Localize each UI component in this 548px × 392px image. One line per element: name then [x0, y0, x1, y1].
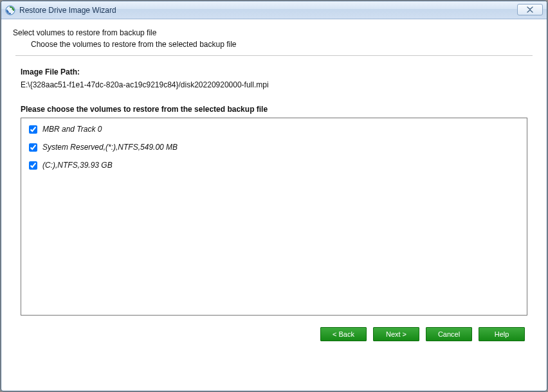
help-button[interactable]: Help: [479, 327, 525, 341]
volume-checkbox[interactable]: [29, 125, 37, 134]
volume-label: (C:),NTFS,39.93 GB: [42, 161, 113, 170]
volume-item-system-reserved[interactable]: System Reserved,(*:),NTFS,549.00 MB: [29, 143, 519, 152]
image-path-label: Image File Path:: [21, 67, 535, 76]
button-row: < Back Next > Cancel Help: [13, 316, 535, 352]
next-button[interactable]: Next >: [373, 327, 419, 341]
wizard-window: Restore Drive Image Wizard Select volume…: [1, 1, 547, 391]
image-path-value: E:\{328aac51-f1e1-47dc-820a-ac19c9219c84…: [21, 80, 535, 89]
divider: [15, 55, 533, 56]
volume-item-c-drive[interactable]: (C:),NTFS,39.93 GB: [29, 161, 519, 170]
intro-sub: Choose the volumes to restore from the s…: [31, 40, 535, 49]
titlebar: Restore Drive Image Wizard: [1, 1, 547, 19]
volume-checkbox[interactable]: [29, 143, 37, 152]
content-area: Select volumes to restore from backup fi…: [1, 19, 547, 391]
cancel-button[interactable]: Cancel: [426, 327, 472, 341]
volume-item-mbr[interactable]: MBR and Track 0: [29, 125, 519, 134]
back-button[interactable]: < Back: [320, 327, 367, 341]
app-icon: [5, 5, 15, 15]
close-button[interactable]: [517, 4, 543, 15]
intro-heading: Select volumes to restore from backup fi…: [13, 28, 535, 37]
choose-volumes-label: Please choose the volumes to restore fro…: [21, 105, 535, 114]
window-title: Restore Drive Image Wizard: [19, 6, 116, 15]
volume-label: System Reserved,(*:),NTFS,549.00 MB: [42, 143, 178, 152]
volume-checkbox[interactable]: [29, 161, 37, 170]
volume-label: MBR and Track 0: [42, 125, 102, 134]
volume-list: MBR and Track 0 System Reserved,(*:),NTF…: [21, 118, 527, 316]
